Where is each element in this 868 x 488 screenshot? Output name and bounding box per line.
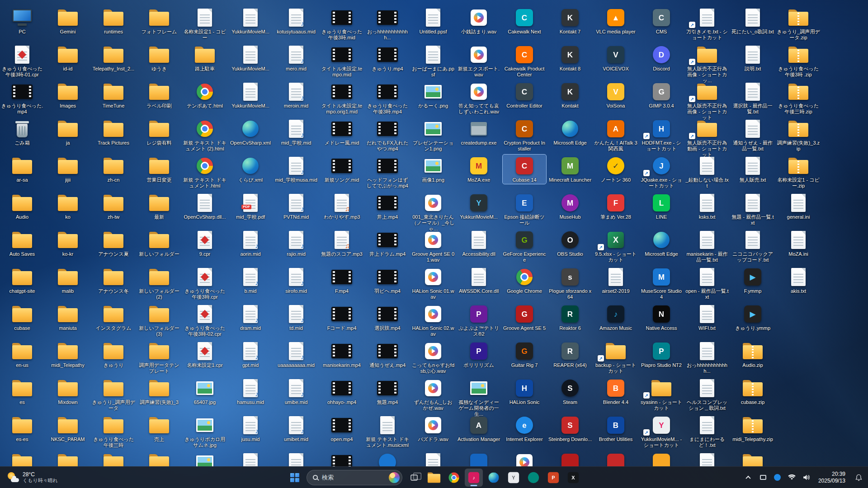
desktop-icon[interactable]: ▶きゅうり.ymmp [731,303,774,332]
desktop-icon[interactable]: 選択肢.mp4 [366,303,409,332]
desktop-icon[interactable]: malib [46,266,90,295]
desktop-icon[interactable]: CCakewalk Product Center [503,43,546,79]
desktop-icon[interactable]: manisekarin - 親作品一覧.txt [685,229,729,264]
desktop-icon[interactable]: ♫わかりやす.mp3 [320,192,363,221]
desktop-icon[interactable] [46,451,90,466]
desktop-icon[interactable]: HALion Sonic 01.wav [411,266,455,301]
desktop-icon[interactable]: Audio.zip [731,340,774,369]
desktop-icon[interactable]: ♪gpt.mid [229,340,272,369]
desktop-icon[interactable]: メドレー風.mid [320,117,363,147]
desktop-icon[interactable]: ko-kr [46,229,90,258]
tray-app-window[interactable] [759,469,768,487]
desktop-icon[interactable]: CCakewalk Next [503,6,546,36]
desktop-icon[interactable]: 調声用データテンプレート [137,340,181,375]
desktop-icon[interactable]: GGroove Agent SE 5 [503,303,546,332]
taskbar-app-light-app[interactable]: Y [505,469,523,487]
desktop-icon[interactable] [137,451,181,466]
desktop-icon[interactable]: zh-tw [92,192,135,221]
desktop-icon[interactable]: 名称未設定1.cpr [183,340,226,369]
desktop-icon[interactable]: こってもnゃすおfdsbぶ心.wav [411,340,455,375]
desktop-icon[interactable]: open.mp4 [320,414,363,443]
taskbar-app-edge[interactable] [485,469,503,487]
desktop-icon[interactable]: フォトフレーム [137,6,181,36]
desktop-icon[interactable]: ずんだもん_しおかぜ.wav [411,377,455,412]
desktop-icon[interactable]: KKontakt 8 [548,43,592,73]
desktop-icon[interactable] [503,451,546,466]
desktop-icon[interactable]: ゆうき [137,43,181,73]
desktop-icon[interactable]: ♪aorin.mid [229,229,272,258]
desktop-icon[interactable]: 調声練習(失敗)_3 [137,377,181,406]
desktop-icon[interactable]: ksks.txt [685,192,729,221]
desktop-icon[interactable]: きゅうり.mp4 [366,43,409,73]
desktop-icon[interactable]: DDiscord [640,43,683,73]
desktop-icon[interactable]: ♪b.mid [229,266,272,295]
desktop-icon[interactable]: RReaktor 6 [548,303,592,332]
desktop-icon[interactable]: 調声練習(失敗)_3.zip [777,117,820,153]
desktop-icon[interactable]: 羽ビヘ.mp4 [366,266,409,295]
desktop-icon[interactable]: jijii [46,155,90,184]
desktop-icon[interactable]: Track Pictures [92,117,135,147]
desktop-icon[interactable]: ↗無人販売不正行為画像 - ショートカット [685,80,729,122]
desktop-icon[interactable] [0,451,44,466]
desktop-icon[interactable]: open - 親作品一覧.txt [685,266,729,301]
desktop-icon[interactable]: Untitled.ppsf [411,6,455,36]
desktop-icon[interactable]: きゅうり食べった午後3時-02.cpr [183,303,226,338]
desktop-icon[interactable]: AWSSDK.Core.dll [457,266,500,295]
desktop-icon[interactable]: SSteinberg Downlo... [548,414,592,443]
volume-status[interactable] [802,469,811,487]
desktop-icon[interactable] [320,451,363,466]
desktop-icon[interactable]: きゅうり食べった午後3時.cpr [183,266,226,301]
desktop-icon[interactable] [548,451,592,466]
desktop-icon[interactable]: eInternet Explorer [503,414,546,443]
desktop-icon[interactable]: ごみ箱 [0,117,44,147]
desktop-icon[interactable]: ♪umibet.mid [274,414,318,443]
desktop-icon[interactable]: 無題.mp4 [366,377,409,406]
desktop-icon[interactable]: CCrypton Product Installer [503,117,546,153]
desktop-icon[interactable]: きゅうり食べった.mp4 [0,80,44,116]
taskbar-app-app-x[interactable]: X [564,469,582,487]
desktop-icon[interactable]: ko [46,192,90,221]
desktop-icon[interactable]: HALion Sonic 02.wav [411,303,455,338]
desktop-icon[interactable]: F.mp4 [320,266,363,295]
taskbar-app-active-media-app[interactable]: ♪ [465,469,483,487]
desktop-icon[interactable]: まにまにわーるど！.txt [685,414,729,449]
desktop-icon[interactable]: 小銭詰まり.wav [457,6,500,36]
desktop-icon[interactable]: 画像1.png [411,155,455,184]
desktop-icon[interactable] [685,451,729,466]
desktop-icon[interactable]: Microsoft Edge [548,117,592,147]
taskbar-app-chrome[interactable] [445,469,463,487]
desktop-icon[interactable]: ♪umibe.mid [274,377,318,406]
desktop-icon[interactable]: ↗syasinn - ショートカット [640,377,683,412]
desktop-icon[interactable]: GGIMP 3.0.4 [640,80,683,110]
desktop-icon[interactable]: ✓ノートン 360 [594,155,637,184]
desktop-icon[interactable]: ♪meroin.mid [274,80,318,110]
desktop-icon[interactable]: きゅうり_調声用データ.zip [777,6,820,42]
desktop-icon[interactable]: ▶F.ymmp [731,266,774,295]
desktop-icon[interactable]: zh-cn [92,155,135,184]
desktop-icon[interactable]: ↗無人販売不正行為動画 - ショートカット [685,117,729,159]
desktop-icon[interactable]: runtimes [92,6,135,36]
desktop-icon[interactable]: cubase.zip [731,377,774,406]
desktop-icon[interactable]: ヘルスコンプレッション＿歌詞.txt [685,377,729,412]
desktop-icon[interactable]: Groove Agent SE 01.wav [411,229,455,264]
desktop-icon[interactable]: OOBS Studio [548,229,592,258]
desktop-icon[interactable]: es-es [0,414,44,443]
desktop-icon[interactable]: ohhayo-.mp4 [320,377,363,406]
desktop-icon[interactable]: ♪mero.mid [274,43,318,73]
desktop-icon[interactable]: CCubase 14 [503,155,546,184]
desktop-icon[interactable]: chatgpt-site [0,266,44,295]
desktop-icon[interactable]: プレゼンテーション1.png [411,117,455,153]
taskbar-app-round-app[interactable] [524,469,542,487]
desktop-icon[interactable]: きゅうり食べった午後3時.mid [320,6,363,42]
desktop-icon[interactable]: Auto Saves [0,229,44,258]
desktop-icon[interactable]: ♪ [229,451,272,466]
desktop-icon[interactable]: インスタグラム [92,303,135,332]
tray-overflow-chevron[interactable] [743,469,753,487]
desktop-icon[interactable]: akis.txt [777,266,820,295]
desktop-icon[interactable]: ♪Amazon Music [594,303,637,332]
desktop-icon[interactable]: アナウンス夏 [92,229,135,258]
desktop-icon[interactable]: ♫無題のスコア.mp3 [320,229,363,258]
desktop-icon[interactable] [92,451,135,466]
desktop-icon[interactable]: manisekarin.mp4 [320,340,363,369]
desktop-icon[interactable]: Aかんたん！AITalk 3 関西風 [594,117,637,153]
